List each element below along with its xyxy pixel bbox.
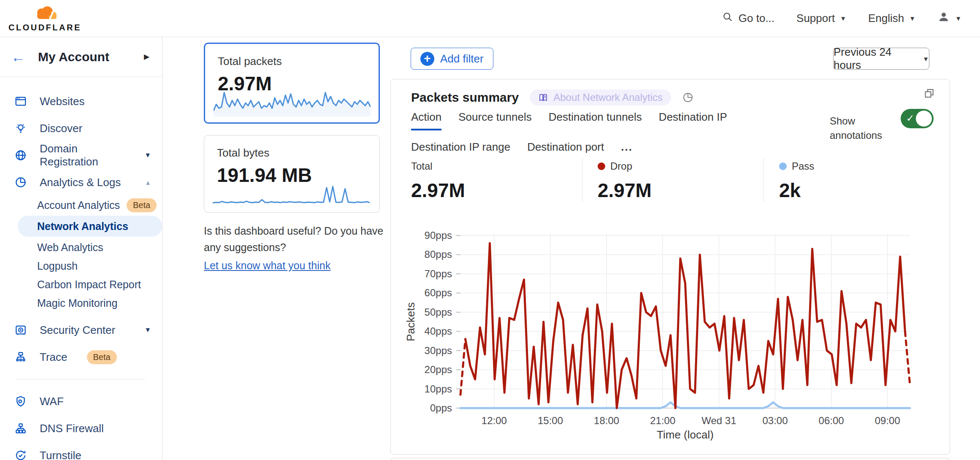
sidebar-item-discover[interactable]: Discover xyxy=(0,115,162,142)
total-packets-card[interactable]: Total packets 2.97M xyxy=(204,43,380,124)
book-icon xyxy=(538,92,548,103)
top-bar: CLOUDFLARE Go to... Support ▼ English ▼ xyxy=(0,0,980,37)
sidebar-item-trace[interactable]: Trace Beta xyxy=(0,344,162,371)
svg-text:Wed 31: Wed 31 xyxy=(701,415,736,426)
search-icon xyxy=(722,11,734,26)
back-arrow-icon[interactable]: ← xyxy=(11,50,25,64)
total-bytes-card[interactable]: Total bytes 191.94 MB xyxy=(204,135,380,213)
pass-legend-dot xyxy=(779,162,787,170)
sidebar-item-label: Websites xyxy=(40,95,151,108)
add-filter-button[interactable]: + Add filter xyxy=(411,48,493,70)
tab-source-tunnels[interactable]: Source tunnels xyxy=(458,111,531,130)
chevron-right-icon[interactable]: ▶ xyxy=(144,52,149,61)
stat-label: Pass xyxy=(792,160,814,172)
svg-text:80pps: 80pps xyxy=(425,249,452,260)
svg-text:12:00: 12:00 xyxy=(482,415,507,426)
stat-value: 2k xyxy=(779,179,950,202)
network-tree-icon xyxy=(14,422,27,435)
sidebar-subitem-web-analytics[interactable]: Web Analytics xyxy=(0,238,162,257)
account-header: ← My Account ▶ xyxy=(0,37,162,77)
sidebar-item-label: DNS Firewall xyxy=(40,422,151,435)
popout-icon[interactable] xyxy=(923,88,935,101)
tab-destination-tunnels[interactable]: Destination tunnels xyxy=(549,111,642,130)
svg-text:10pps: 10pps xyxy=(425,383,452,395)
brand-text: CLOUDFLARE xyxy=(8,23,81,32)
sidebar-nav: Websites Discover Domain Registration ▼ xyxy=(0,77,162,460)
svg-text:15:00: 15:00 xyxy=(538,415,563,426)
chevron-up-icon: ▲ xyxy=(145,179,151,186)
stat-label: Drop xyxy=(610,160,632,172)
stat-value: 2.97M xyxy=(598,179,763,202)
sidebar-subitem-logpush[interactable]: Logpush xyxy=(0,257,162,275)
stats-row: Total 2.97M Drop 2.97M Pass 2k xyxy=(391,158,950,202)
globe-icon xyxy=(14,149,27,162)
chevron-down-icon: ▼ xyxy=(955,15,961,22)
chevron-down-icon: ▼ xyxy=(840,15,846,22)
support-menu[interactable]: Support ▼ xyxy=(796,12,846,25)
drop-legend-dot xyxy=(598,162,605,170)
feedback-link[interactable]: Let us know what you think xyxy=(204,257,330,274)
sidebar-item-security-center[interactable]: Security Center ▼ xyxy=(0,317,162,344)
sidebar-item-turnstile[interactable]: Turnstile xyxy=(0,442,162,460)
card-label: Total packets xyxy=(218,55,366,68)
sidebar-item-analytics-logs[interactable]: Analytics & Logs ▲ xyxy=(0,169,162,196)
feedback-block: Is this dashboard useful? Do you have an… xyxy=(204,223,388,273)
go-to-label: Go to... xyxy=(739,12,774,25)
packets-summary-panel: Packets summary About Network Analytics … xyxy=(390,79,950,455)
sidebar-item-dns-firewall[interactable]: DNS Firewall xyxy=(0,415,162,442)
about-chip-label: About Network Analytics xyxy=(553,92,663,103)
tab-destination-ip-range[interactable]: Destination IP range xyxy=(411,141,510,160)
go-to-search[interactable]: Go to... xyxy=(722,11,774,26)
trace-icon xyxy=(14,351,27,363)
user-icon xyxy=(937,11,950,26)
stat-value: 2.97M xyxy=(411,179,582,202)
svg-text:0pps: 0pps xyxy=(430,402,452,414)
sidebar-subitem-carbon-impact-report[interactable]: Carbon Impact Report xyxy=(0,275,162,294)
toggle-knob xyxy=(916,111,932,127)
next-panel-edge xyxy=(390,458,950,460)
rotate-check-icon xyxy=(14,449,27,460)
time-pie-icon[interactable] xyxy=(682,92,694,103)
sidebar-subitem-label: Magic Monitoring xyxy=(37,297,117,309)
chevron-down-icon: ▼ xyxy=(923,55,929,62)
dimension-tabs: Action Source tunnels Destination tunnel… xyxy=(411,111,791,160)
sidebar-item-label: Security Center xyxy=(40,324,132,337)
account-menu[interactable]: ▼ xyxy=(937,11,961,26)
svg-text:50pps: 50pps xyxy=(425,306,452,318)
beta-badge: Beta xyxy=(127,198,157,212)
more-tabs-button[interactable]: ... xyxy=(621,141,633,160)
show-annotations-toggle[interactable]: ✓ xyxy=(901,109,934,128)
pie-chart-icon xyxy=(14,176,27,189)
time-range-label: Previous 24 hours xyxy=(834,46,916,72)
about-network-analytics-chip[interactable]: About Network Analytics xyxy=(530,89,671,106)
plus-icon: + xyxy=(420,52,434,66)
sidebar-item-label: Trace xyxy=(40,351,68,364)
tab-action[interactable]: Action xyxy=(411,111,441,130)
svg-text:Packets: Packets xyxy=(404,302,417,341)
svg-text:40pps: 40pps xyxy=(425,325,452,337)
sidebar-item-waf[interactable]: WAF xyxy=(0,388,162,415)
tab-destination-port[interactable]: Destination port xyxy=(527,141,604,160)
language-menu[interactable]: English ▼ xyxy=(868,12,915,25)
sidebar-subitem-label: Web Analytics xyxy=(37,241,103,254)
sidebar-item-domain-registration[interactable]: Domain Registration ▼ xyxy=(0,142,162,169)
cloudflare-logo[interactable]: CLOUDFLARE xyxy=(8,5,81,32)
chevron-down-icon: ▼ xyxy=(144,326,151,334)
tab-destination-ip[interactable]: Destination IP xyxy=(659,111,727,130)
sidebar-subitem-magic-monitoring[interactable]: Magic Monitoring xyxy=(0,294,162,312)
time-range-dropdown[interactable]: Previous 24 hours ▼ xyxy=(833,48,929,70)
sidebar-item-label: Domain Registration xyxy=(40,142,132,168)
sidebar-subitem-account-analytics[interactable]: Account Analytics Beta xyxy=(0,196,162,214)
sidebar-item-websites[interactable]: Websites xyxy=(0,88,162,115)
svg-text:70pps: 70pps xyxy=(425,268,452,279)
packets-time-series-chart: 12:0015:0018:0021:00Wed 3103:0006:0009:0… xyxy=(399,230,944,447)
packets-sparkline xyxy=(214,86,371,118)
chevron-down-icon: ▼ xyxy=(144,152,151,159)
sidebar-item-label: Analytics & Logs xyxy=(40,176,132,189)
sidebar-subitem-network-analytics[interactable]: Network Analytics xyxy=(18,216,162,237)
stat-pass: Pass 2k xyxy=(763,158,950,202)
panel-title: Packets summary xyxy=(411,90,519,105)
sidebar-item-label: Turnstile xyxy=(40,449,151,460)
chevron-down-icon: ▼ xyxy=(909,15,915,22)
stat-label: Total xyxy=(411,160,433,172)
